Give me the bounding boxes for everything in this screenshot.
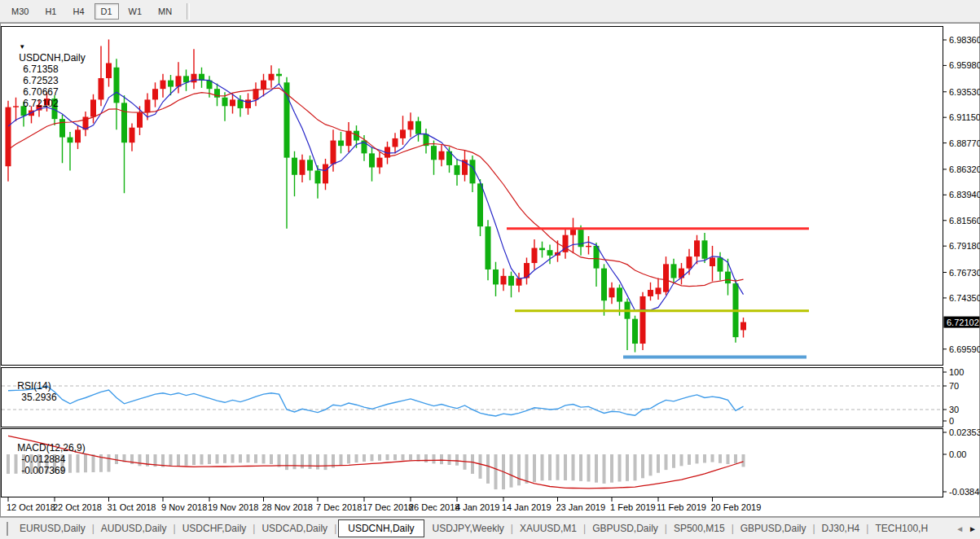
- candle-body: [99, 78, 104, 99]
- timeframe-h4-button[interactable]: H4: [66, 3, 90, 20]
- macd-axis-label: -0.038466: [949, 487, 980, 497]
- timeframe-m30-button[interactable]: M30: [5, 3, 35, 20]
- symbol-tab[interactable]: EURUSD,Daily: [13, 520, 92, 537]
- macd-histogram-bar: [696, 454, 699, 463]
- macd-histogram-bar: [719, 454, 722, 463]
- date-axis-label: 23 Jan 2019: [556, 502, 606, 512]
- macd-histogram-bar: [278, 454, 281, 467]
- symbol-tab[interactable]: USDCAD,Daily: [255, 520, 334, 537]
- macd-histogram-bar: [688, 454, 691, 465]
- macd-histogram-bar: [402, 454, 405, 460]
- candle-body: [694, 240, 700, 256]
- ohlc-close-value: 6.72102: [23, 98, 58, 109]
- date-axis-label: 4 Jan 2019: [455, 502, 499, 512]
- macd-histogram-bar: [727, 454, 730, 464]
- symbol-tab[interactable]: GBPUSD,Daily: [734, 520, 813, 537]
- timeframe-w1-button[interactable]: W1: [122, 3, 149, 20]
- candle-body: [338, 141, 344, 147]
- chart-canvas[interactable]: 6.983606.959806.935306.911506.887706.863…: [0, 23, 980, 517]
- symbol-tab[interactable]: SP500,M15: [667, 520, 732, 537]
- symbol-tab[interactable]: DJ30,H4: [815, 520, 867, 537]
- candle-body: [702, 240, 708, 258]
- candle-body: [300, 160, 305, 174]
- candle-body: [292, 158, 297, 175]
- macd-histogram-bar: [579, 454, 582, 481]
- macd-signal-value-label: -0.007369: [21, 465, 65, 476]
- ohlc-low-value: 6.70667: [23, 86, 58, 98]
- toolbar-separator: [187, 3, 190, 20]
- macd-histogram-bar: [494, 454, 498, 489]
- macd-histogram-bar: [486, 454, 490, 484]
- date-axis-label: 22 Oct 2018: [53, 502, 102, 512]
- macd-histogram-bar: [270, 454, 273, 464]
- scroll-tabs-right-icon[interactable]: ►: [969, 524, 977, 533]
- macd-histogram-bar: [223, 454, 226, 463]
- candle-body: [501, 276, 507, 285]
- candle-body: [261, 81, 266, 90]
- candle-body: [152, 89, 158, 99]
- candle-body: [59, 119, 65, 137]
- macd-histogram-bar: [541, 454, 544, 480]
- candle-body: [130, 128, 135, 142]
- symbol-tab[interactable]: XAUUSD,M1: [513, 520, 583, 537]
- candle-body: [121, 103, 127, 142]
- price-axis-label: 6.76730: [949, 268, 980, 278]
- candle-body: [656, 287, 661, 294]
- chart-title: ▼ USDCNH,Daily 6.71358 6.72523 6.70667 6…: [8, 29, 86, 121]
- symbol-tab[interactable]: USDCHF,Daily: [176, 520, 253, 537]
- macd-histogram-bar: [510, 454, 513, 488]
- timeframe-mn-button[interactable]: MN: [152, 3, 178, 20]
- symbol-tab[interactable]: TECH100,H: [868, 520, 934, 537]
- macd-histogram-bar: [424, 454, 428, 462]
- rsi-panel[interactable]: [2, 368, 943, 427]
- chart-symbol-label: USDCNH,Daily: [19, 52, 85, 64]
- macd-axis-label: 0.023534: [949, 427, 980, 437]
- collapse-arrow-icon[interactable]: ▼: [19, 43, 25, 50]
- candle-body: [377, 158, 383, 168]
- timeframe-h1-button[interactable]: H1: [38, 3, 63, 20]
- symbol-tab[interactable]: USDJPY,Weekly: [426, 520, 511, 537]
- candle-body: [331, 141, 336, 164]
- price-panel[interactable]: [2, 27, 943, 366]
- date-axis-label: 20 Feb 2019: [711, 502, 762, 512]
- candle-body: [493, 270, 499, 284]
- candle-body: [137, 112, 143, 127]
- candle-body: [75, 129, 81, 142]
- macd-histogram-bar: [177, 454, 180, 466]
- date-axis-label: 17 Dec 2018: [363, 502, 413, 512]
- price-axis-label: 6.69590: [949, 344, 980, 354]
- macd-histogram-bar: [657, 454, 660, 473]
- candle-body: [725, 272, 731, 284]
- macd-histogram-bar: [316, 454, 319, 470]
- symbol-tab[interactable]: GBPUSD,Daily: [586, 520, 665, 537]
- macd-histogram-bar: [525, 454, 529, 484]
- scroll-tabs-left-icon[interactable]: ◄: [956, 524, 964, 533]
- rsi-axis-label: 100: [949, 367, 964, 377]
- macd-histogram-bar: [247, 454, 250, 462]
- date-axis-label: 26 Dec 2018: [409, 502, 459, 512]
- timeframe-d1-button[interactable]: D1: [94, 3, 119, 20]
- candle-body: [369, 153, 375, 167]
- macd-histogram-bar: [393, 454, 397, 460]
- macd-histogram-bar: [324, 454, 327, 470]
- candle-body: [245, 99, 251, 108]
- candle-body: [609, 287, 615, 297]
- price-axis-label: 6.91150: [949, 112, 980, 122]
- candle-body: [415, 121, 421, 134]
- chart-window[interactable]: 6.983606.959806.935306.911506.887706.863…: [0, 23, 980, 517]
- candle-body: [400, 129, 406, 138]
- candle-body: [222, 98, 228, 107]
- candle-body: [455, 165, 460, 175]
- macd-histogram-bar: [347, 454, 350, 463]
- macd-histogram-bar: [672, 454, 675, 468]
- macd-histogram-bar: [517, 454, 521, 485]
- symbol-tab-active[interactable]: USDCNH,Daily: [338, 519, 424, 537]
- symbol-tab[interactable]: AUDUSD,Daily: [94, 520, 174, 537]
- ohlc-open-value: 6.71358: [23, 64, 58, 75]
- candle-body: [269, 74, 275, 81]
- macd-histogram-bar: [711, 454, 714, 462]
- macd-histogram-bar: [285, 454, 288, 470]
- macd-histogram-bar: [200, 454, 204, 465]
- tab-scroll-controls: ◄ ►: [956, 524, 980, 533]
- macd-histogram-bar: [309, 454, 312, 469]
